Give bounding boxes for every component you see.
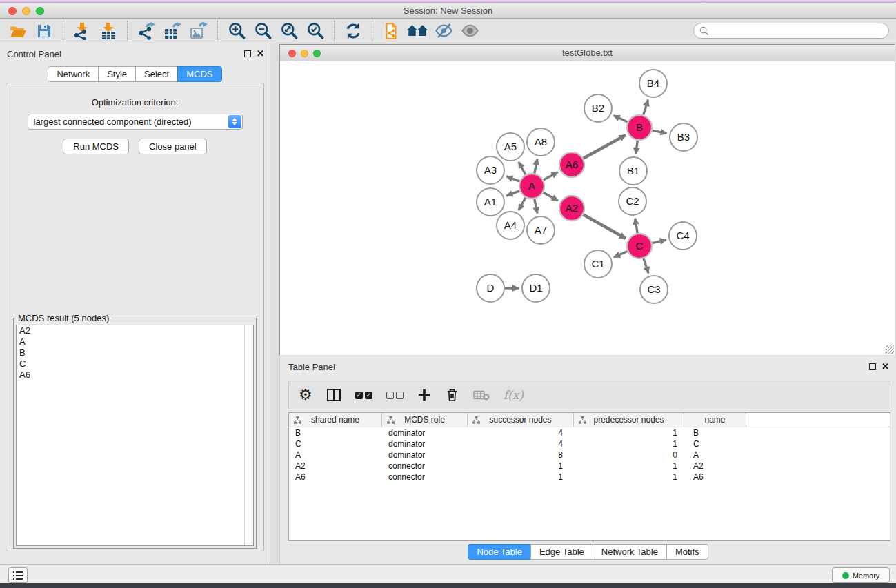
result-list-item[interactable]: B xyxy=(17,347,253,358)
home-button[interactable] xyxy=(406,20,428,42)
export-table-button[interactable] xyxy=(161,20,183,42)
float-panel-icon[interactable] xyxy=(244,50,251,57)
network-canvas[interactable]: AA1A2A3A4A5A6A7A8BB1B2B3B4CC1C2C3C4DD1 xyxy=(280,61,895,355)
network-graph-svg[interactable]: AA1A2A3A4A5A6A7A8BB1B2B3B4CC1C2C3C4DD1 xyxy=(280,61,895,355)
apply-layout-button[interactable] xyxy=(342,20,364,42)
table-panel-title: Table Panel xyxy=(288,362,335,372)
tab-mcds[interactable]: MCDS xyxy=(177,66,221,82)
graph-edge-A-A8[interactable] xyxy=(535,159,537,173)
zoom-window-button[interactable] xyxy=(36,7,44,15)
graph-edge-B-B2[interactable] xyxy=(614,116,628,122)
network-from-file-button[interactable] xyxy=(380,20,402,42)
network-zoom-button[interactable] xyxy=(313,50,321,57)
graph-edge-C-C4[interactable] xyxy=(652,240,666,243)
desktop-strip-bottom xyxy=(0,583,896,588)
network-close-button[interactable] xyxy=(288,50,296,57)
table-row[interactable]: A dominator 8 0 A xyxy=(289,449,890,460)
result-list-scrollbar[interactable] xyxy=(244,325,253,545)
cell-name: C xyxy=(684,438,746,449)
import-network-button[interactable] xyxy=(71,20,93,42)
zoom-in-button[interactable] xyxy=(226,20,248,42)
tab-network-table[interactable]: Network Table xyxy=(593,544,667,560)
tab-edge-table[interactable]: Edge Table xyxy=(530,544,593,560)
column-header-predecessor-nodes[interactable]: predecessor nodes xyxy=(574,413,684,427)
graph-edge-B-B1[interactable] xyxy=(636,141,638,154)
tab-network[interactable]: Network xyxy=(48,66,99,82)
select-all-button[interactable]: ✓ ✓ xyxy=(355,392,372,399)
mcds-panel-body: Optimization criterion: largest connecte… xyxy=(6,83,264,551)
result-list-item[interactable]: A6 xyxy=(17,369,253,381)
run-mcds-button[interactable]: Run MCDS xyxy=(63,139,129,154)
graph-edge-C-C3[interactable] xyxy=(644,258,648,273)
graph-node-label-A4: A4 xyxy=(504,219,517,231)
zoom-out-button[interactable] xyxy=(252,20,274,42)
show-column-button[interactable] xyxy=(326,387,341,403)
delete-table-icon xyxy=(473,389,490,401)
tab-select[interactable]: Select xyxy=(135,66,178,82)
graph-edge-A-A5[interactable] xyxy=(519,162,526,174)
graph-edge-C-C1[interactable] xyxy=(614,252,628,258)
graph-edge-A-A7[interactable] xyxy=(535,199,537,214)
table-settings-button[interactable]: ⚙ xyxy=(299,387,312,403)
delete-column-button[interactable] xyxy=(445,387,459,403)
table-row[interactable]: A6 connector 1 1 A6 xyxy=(289,472,890,483)
graph-edge-A2-C[interactable] xyxy=(584,214,626,238)
table-row[interactable]: C dominator 4 1 C xyxy=(289,438,890,449)
network-window-titlebar[interactable]: testGlobe.txt xyxy=(280,45,895,61)
graph-edge-A-A2[interactable] xyxy=(544,192,558,201)
graph-node-label-D1: D1 xyxy=(529,282,542,294)
show-panel-button[interactable] xyxy=(8,567,28,583)
table-row[interactable]: A2 connector 1 1 A2 xyxy=(289,460,890,472)
mcds-result-list[interactable]: A2 A B C A6 xyxy=(16,325,254,546)
graph-edge-A-A3[interactable] xyxy=(506,176,519,181)
column-header-mcds-role[interactable]: MCDS role xyxy=(382,413,468,427)
graph-edge-C-C2[interactable] xyxy=(635,219,637,234)
column-header-name[interactable]: name xyxy=(684,413,746,427)
save-session-button[interactable] xyxy=(33,20,55,42)
zoom-fit-button[interactable] xyxy=(278,20,300,42)
criterion-select[interactable]: largest connected component (directed) xyxy=(28,114,243,130)
export-image-button[interactable] xyxy=(188,20,210,42)
close-panel-button[interactable]: Close panel xyxy=(139,139,207,154)
close-panel-icon[interactable]: ✕ xyxy=(882,363,889,370)
export-network-button[interactable] xyxy=(135,20,157,42)
tab-node-table[interactable]: Node Table xyxy=(468,544,531,560)
graph-edge-A-A6[interactable] xyxy=(544,172,558,180)
float-panel-icon[interactable] xyxy=(869,363,876,370)
graph-edge-A-A1[interactable] xyxy=(506,191,519,196)
window-resize-handle[interactable] xyxy=(886,345,894,354)
close-window-button[interactable] xyxy=(8,7,17,15)
graph-nodes[interactable]: AA1A2A3A4A5A6A7A8BB1B2B3B4CC1C2C3C4DD1 xyxy=(477,70,697,303)
result-list-item[interactable]: A2 xyxy=(17,325,253,336)
zoom-selected-button[interactable] xyxy=(304,20,326,42)
minimize-window-button[interactable] xyxy=(22,7,30,15)
graph-edge-B-B4[interactable] xyxy=(644,100,648,115)
deselect-all-button[interactable] xyxy=(386,392,404,399)
network-minimize-button[interactable] xyxy=(301,50,308,57)
column-header-successor-nodes[interactable]: successor nodes xyxy=(468,413,574,427)
graph-edge-A-A4[interactable] xyxy=(519,198,526,210)
open-session-button[interactable] xyxy=(7,20,29,42)
toolbar-search-field[interactable] xyxy=(693,23,889,39)
tab-motifs[interactable]: Motifs xyxy=(666,544,708,560)
delete-table-button[interactable] xyxy=(473,389,490,401)
search-input[interactable] xyxy=(713,26,883,36)
graph-node-label-B4: B4 xyxy=(647,77,659,89)
zoom-out-icon xyxy=(254,21,272,40)
result-list-item[interactable]: A xyxy=(17,336,253,347)
node-table[interactable]: shared name MCDS role successor nodes pr… xyxy=(288,412,890,541)
import-table-button[interactable] xyxy=(97,20,119,42)
close-panel-icon[interactable]: ✕ xyxy=(257,50,264,57)
show-details-button[interactable] xyxy=(459,20,481,42)
hide-details-button[interactable] xyxy=(432,20,455,42)
tab-style[interactable]: Style xyxy=(98,66,136,82)
result-list-item[interactable]: C xyxy=(17,358,253,369)
function-builder-button[interactable]: f(x) xyxy=(504,388,524,402)
table-row[interactable]: B dominator 4 1 B xyxy=(289,427,890,438)
table-toolbar: ⚙ ✓ ✓ xyxy=(288,381,890,409)
graph-edge-A6-B[interactable] xyxy=(584,135,626,159)
add-column-button[interactable] xyxy=(417,388,431,402)
graph-edge-B-B3[interactable] xyxy=(653,130,667,134)
column-header-shared-name[interactable]: shared name xyxy=(289,413,382,427)
memory-button[interactable]: Memory xyxy=(832,567,890,583)
